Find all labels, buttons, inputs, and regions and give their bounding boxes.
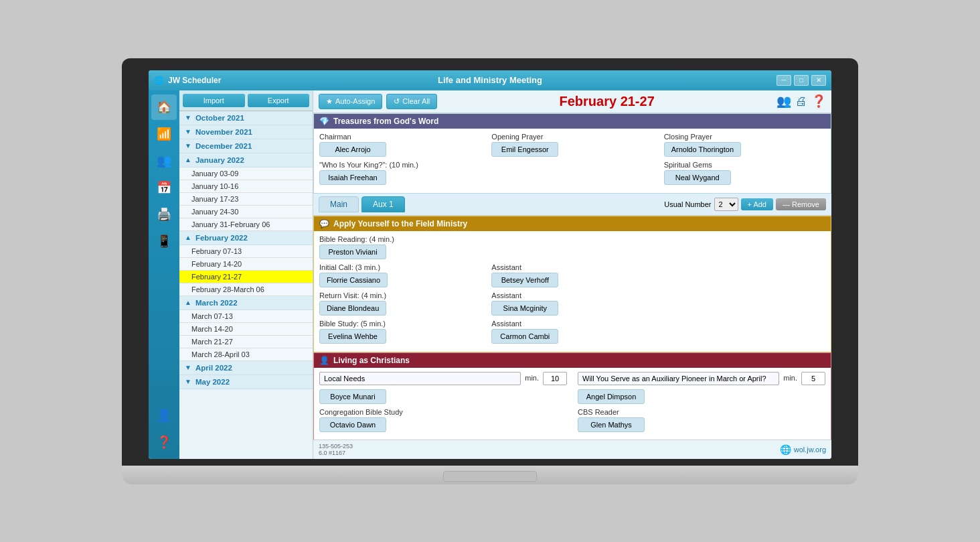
bible-reading-row: Bible Reading: (4 min.) Preston Viviani xyxy=(319,235,825,259)
print-icon-button[interactable]: 🖨 xyxy=(795,94,807,109)
spiritual-gems-label: Spiritual Gems xyxy=(664,161,825,169)
footer-version: 135-505-253 6.0 #1167 xyxy=(319,443,353,456)
nav-home-icon[interactable]: 🏠 xyxy=(151,94,177,120)
return-visit-assistant-col: Assistant Sina Mcginity xyxy=(491,291,653,316)
footer-globe-icon: 🌐 xyxy=(780,444,791,455)
month-january-2022[interactable]: ▲ January 2022 xyxy=(179,153,313,167)
bible-study-assistant-person-btn[interactable]: Carmon Cambi xyxy=(491,329,558,344)
local-needs-person-btn[interactable]: Boyce Munari xyxy=(319,389,386,404)
maximize-button[interactable]: □ xyxy=(794,75,809,86)
cbs-reader-label: CBS Reader xyxy=(578,408,825,416)
nav-people-icon[interactable]: 👥 xyxy=(151,148,177,174)
cbs-label: Congregation Bible Study xyxy=(319,408,567,416)
month-label: January 2022 xyxy=(195,156,244,164)
month-label: October 2021 xyxy=(195,114,244,122)
chevron-down-icon: ▼ xyxy=(185,142,191,149)
people-icon-button[interactable]: 👥 xyxy=(777,94,791,109)
month-november-2021[interactable]: ▼ November 2021 xyxy=(179,125,313,139)
pioneer-input[interactable] xyxy=(578,372,779,385)
week-jan-17-23[interactable]: January 17-23 xyxy=(179,193,313,206)
trackpad xyxy=(443,471,537,482)
add-button[interactable]: + Add xyxy=(741,198,773,210)
cbs-person-btn[interactable]: Octavio Dawn xyxy=(319,417,386,432)
nav-print-icon[interactable]: 🖨️ xyxy=(151,202,177,227)
week-jan-31-feb-06[interactable]: January 31-February 06 xyxy=(179,218,313,231)
month-december-2021[interactable]: ▼ December 2021 xyxy=(179,139,313,153)
footer-bar: 135-505-253 6.0 #1167 🌐 wol.jw.org xyxy=(313,439,831,459)
return-visit-person-btn[interactable]: Diane Blondeau xyxy=(319,301,386,316)
nav-person-check-icon[interactable]: 👤 xyxy=(151,403,177,428)
chevron-up-icon: ▲ xyxy=(185,234,191,241)
usual-number-select[interactable]: 2 1 3 xyxy=(714,198,738,211)
remove-button[interactable]: — Remove xyxy=(776,198,826,210)
week-mar-28-apr-03[interactable]: March 28-April 03 xyxy=(179,348,313,361)
bible-study-person-btn[interactable]: Evelina Wehbe xyxy=(319,329,386,344)
initial-call-assistant-person-btn[interactable]: Betsey Verhoff xyxy=(491,273,558,287)
tab-aux1[interactable]: Aux 1 xyxy=(361,196,405,212)
return-visit-assistant-person-btn[interactable]: Sina Mcginity xyxy=(491,301,558,316)
local-needs-input[interactable] xyxy=(319,372,521,385)
month-may-2022[interactable]: ▼ May 2022 xyxy=(179,375,313,389)
nav-help-icon[interactable]: ❓ xyxy=(151,429,177,455)
week-mar-07-13[interactable]: March 07-13 xyxy=(179,310,313,323)
month-october-2021[interactable]: ▼ October 2021 xyxy=(179,111,313,125)
week-mar-21-27[interactable]: March 21-27 xyxy=(179,336,313,348)
pioneer-person-btn[interactable]: Angel Dimpson xyxy=(578,389,645,404)
month-label: April 2022 xyxy=(195,364,232,372)
initial-call-person-btn[interactable]: Florrie Cassiano xyxy=(319,273,388,287)
refresh-icon: ↺ xyxy=(394,97,400,106)
bible-study-col: Bible Study: (5 min.) Evelina Wehbe xyxy=(319,320,481,344)
chevron-up-icon: ▲ xyxy=(185,156,191,163)
spiritual-gems-right-col: Spiritual Gems Neal Wygand xyxy=(664,161,825,185)
sidebar: Import Export ▼ October 2021 ▼ November … xyxy=(179,90,313,459)
month-april-2022[interactable]: ▼ April 2022 xyxy=(179,361,313,375)
living-section: 👤 Living as Christians min. xyxy=(313,352,831,439)
pioneer-min-label: min. xyxy=(783,374,797,382)
week-jan-10-16[interactable]: January 10-16 xyxy=(179,180,313,193)
spiritual-gems-person-btn[interactable]: Neal Wygand xyxy=(664,170,731,185)
close-button[interactable]: ✕ xyxy=(811,75,826,86)
minimize-button[interactable]: ─ xyxy=(777,75,791,86)
week-feb-14-20[interactable]: February 14-20 xyxy=(179,258,313,271)
week-feb-21-27[interactable]: February 21-27 xyxy=(179,271,313,283)
local-needs-min-input[interactable] xyxy=(543,372,567,385)
cbs-reader-person-btn[interactable]: Glen Mathys xyxy=(578,417,645,432)
import-button[interactable]: Import xyxy=(183,94,245,107)
week-jan-03-09[interactable]: January 03-09 xyxy=(179,167,313,180)
week-mar-14-20[interactable]: March 14-20 xyxy=(179,323,313,336)
clear-all-button[interactable]: ↺ Clear All xyxy=(386,94,437,109)
closing-prayer-col: Closing Prayer Arnoldo Thorington xyxy=(664,133,825,157)
auto-assign-button[interactable]: ★ Auto-Assign xyxy=(319,94,382,109)
treasures-section: 💎 Treasures from God's Word Chairman Ale… xyxy=(313,113,831,194)
bible-study-label: Bible Study: (5 min.) xyxy=(319,320,481,328)
week-jan-24-30[interactable]: January 24-30 xyxy=(179,206,313,218)
nav-wifi-icon[interactable]: 📶 xyxy=(151,121,177,147)
bible-reading-col: Bible Reading: (4 min.) Preston Viviani xyxy=(319,235,481,259)
local-needs-names-row: Boyce Munari Angel Dimpson xyxy=(319,389,825,404)
week-feb-07-13[interactable]: February 07-13 xyxy=(179,245,313,258)
chairman-person-btn[interactable]: Alec Arrojo xyxy=(319,142,386,157)
week-feb-28-mar-06[interactable]: February 28-March 06 xyxy=(179,283,313,296)
month-march-2022[interactable]: ▲ March 2022 xyxy=(179,296,313,310)
cbs-reader-col: CBS Reader Glen Mathys xyxy=(578,408,825,432)
chairman-row: Chairman Alec Arrojo Opening Prayer Emil… xyxy=(319,133,825,157)
tab-main[interactable]: Main xyxy=(319,196,359,212)
return-visit-col: Return Visit: (4 min.) Diane Blondeau xyxy=(319,291,481,316)
bible-reading-person-btn[interactable]: Preston Viviani xyxy=(319,245,386,259)
who-is-person-btn[interactable]: Isaiah Freehan xyxy=(319,170,386,185)
closing-prayer-person-btn[interactable]: Arnoldo Thorington xyxy=(664,142,741,157)
export-button[interactable]: Export xyxy=(248,94,310,107)
month-february-2022[interactable]: ▲ February 2022 xyxy=(179,231,313,245)
opening-prayer-col: Opening Prayer Emil Engessor xyxy=(491,133,653,157)
chevron-down-icon: ▼ xyxy=(185,114,191,121)
bible-reading-label: Bible Reading: (4 min.) xyxy=(319,235,481,243)
pioneer-min-input[interactable] xyxy=(801,372,825,385)
speech-icon: 💬 xyxy=(319,219,329,228)
nav-phone-icon[interactable]: 📱 xyxy=(151,228,177,254)
nav-calendar-icon[interactable]: 📅 xyxy=(151,175,177,200)
month-label: December 2021 xyxy=(195,142,252,150)
help-icon-button[interactable]: ❓ xyxy=(811,94,826,109)
living-header: 👤 Living as Christians xyxy=(314,353,831,368)
opening-prayer-person-btn[interactable]: Emil Engessor xyxy=(491,142,558,157)
chairman-col: Chairman Alec Arrojo xyxy=(319,133,481,157)
